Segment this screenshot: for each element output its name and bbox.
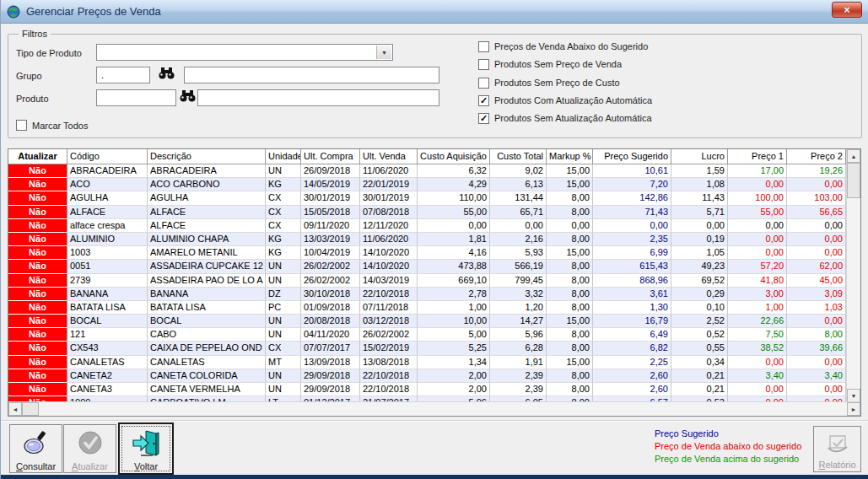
cell-ult_venda: 13/08/2018 [360, 356, 418, 369]
table-row[interactable]: Não0051ASSADEIRA CUPCAKE 12UN26/02/20021… [8, 260, 847, 273]
cell-preco1: 22,66 [728, 315, 787, 328]
cell-unidade: CX [266, 342, 301, 355]
relatorio-button[interactable]: Relatório [813, 426, 861, 472]
tipo-de-produto-combobox[interactable]: ▼ [96, 44, 393, 61]
table-row[interactable]: Não121CABOUN04/11/202026/02/20025,005,96… [8, 328, 847, 342]
vertical-scroll-thumb[interactable] [847, 163, 860, 198]
cell-preco_sugerido: 6,99 [593, 246, 671, 260]
cell-preco_sugerido: 2,25 [593, 356, 671, 369]
vertical-scrollbar[interactable]: ▲ ▼ [846, 149, 860, 402]
checkbox-produtos-com-atualizacao-automatica[interactable]: ✓ [478, 95, 489, 106]
exit-door-icon [120, 426, 172, 461]
checkbox-produtos-sem-atualizacao-automatica[interactable]: ✓ [478, 113, 489, 124]
cell-descricao: CANALETAS [148, 356, 266, 369]
consultar-label: Consultar [16, 461, 56, 471]
cell-preco1: 0,00 [728, 246, 787, 260]
table-row[interactable]: NãoBOCALBOCALUN20/08/201803/12/201810,00… [8, 315, 847, 328]
cell-custo_aquisicao: 4,29 [418, 178, 490, 191]
marcar-todos-label: Marcar Todos [32, 121, 88, 131]
cell-markup: 8,00 [547, 260, 593, 273]
checkbox-produtos-sem-preco-venda[interactable] [478, 59, 489, 70]
scroll-up-button[interactable]: ▲ [847, 149, 860, 163]
cell-custo_aquisicao: 10,00 [418, 315, 490, 328]
column-header-lucro: Lucro [671, 149, 728, 164]
scroll-down-button[interactable]: ▼ [847, 389, 860, 402]
cell-atualizar: Não [8, 383, 67, 396]
grupo-code-input[interactable] [96, 67, 150, 83]
cell-preco_sugerido: 142,86 [593, 191, 671, 205]
produto-name-input[interactable] [197, 89, 439, 106]
table-row[interactable]: NãoALUMINIOALUMINIO CHAPAKG13/03/201911/… [8, 233, 847, 246]
close-button[interactable]: × [832, 2, 862, 18]
column-header-custo_total: Custo Total [490, 149, 547, 164]
scroll-right-button[interactable]: ► [847, 402, 860, 416]
checkbox-label-precos-venda-abaixo-sugerido: Preços de Venda Abaixo do Sugerido [494, 41, 648, 51]
table-row[interactable]: NãoAGULHAAGULHACX30/01/201930/01/2019110… [8, 191, 847, 205]
grupo-name-input[interactable] [184, 67, 439, 83]
cell-lucro: 2,52 [671, 315, 728, 328]
atualizar-button[interactable]: Atualizar [63, 424, 116, 473]
cell-preco1: 0,00 [728, 356, 787, 369]
window-title: Gerenciar Preços de Venda [26, 5, 161, 18]
cell-preco1: 100,00 [728, 191, 787, 205]
voltar-button[interactable]: Voltar [118, 422, 174, 475]
cell-custo_aquisicao: 55,00 [418, 206, 490, 219]
checkbox-label-produtos-sem-preco-venda: Produtos Sem Preço de Venda [494, 59, 622, 69]
grid-body: NãoABRACADEIRAABRACADEIRAUN26/09/201811/… [8, 164, 847, 402]
cell-preco1: 1,00 [728, 301, 787, 315]
tipo-de-produto-label: Tipo de Produto [16, 48, 82, 58]
checkbox-precos-venda-abaixo-sugerido[interactable] [478, 41, 489, 52]
cell-unidade: MT [266, 356, 301, 369]
produto-code-input[interactable] [96, 89, 176, 106]
table-row[interactable]: NãoABRACADEIRAABRACADEIRAUN26/09/201811/… [8, 164, 847, 178]
table-row[interactable]: NãoALFACEALFACECX15/05/201807/08/201855,… [8, 206, 847, 219]
scroll-left-button[interactable]: ◄ [8, 402, 22, 416]
cell-custo_total: 799,45 [490, 274, 547, 288]
cell-atualizar: Não [8, 342, 67, 355]
table-row[interactable]: NãoACOACO CARBONOKG14/05/201922/01/20194… [8, 178, 847, 191]
table-row[interactable]: NãoBANANABANANADZ30/10/201822/10/20182,7… [8, 288, 847, 301]
cell-custo_aquisicao: 0,00 [418, 219, 490, 233]
cell-preco2: 103,00 [787, 191, 846, 205]
consultar-button[interactable]: Consultar [9, 424, 62, 473]
chevron-down-icon[interactable]: ▼ [376, 46, 391, 59]
marcar-todos-checkbox[interactable] [16, 120, 27, 131]
horizontal-scrollbar[interactable]: ◄ ► [8, 401, 860, 416]
table-row[interactable]: Nãoalface crespaALFACECX09/11/202012/11/… [8, 219, 847, 233]
table-row[interactable]: NãoCANETA2CANETA COLORIDAUN29/09/201822/… [8, 369, 847, 383]
cell-ult_compra: 13/03/2019 [301, 233, 360, 246]
cell-preco_sugerido: 3,61 [593, 288, 671, 301]
cell-custo_total: 2,39 [490, 383, 547, 396]
horizontal-scroll-thumb[interactable] [22, 402, 39, 416]
cell-preco1: 41,80 [728, 274, 787, 288]
table-row[interactable]: NãoCANETA3CANETA VERMELHAUN29/09/201822/… [8, 383, 847, 396]
checkbox-produtos-sem-preco-custo[interactable] [478, 78, 489, 89]
titlebar[interactable]: Gerenciar Preços de Venda × [1, 0, 868, 24]
table-row[interactable]: NãoBATATA LISABATATA LISAPC01/09/201807/… [8, 301, 847, 315]
checkbox-label-produtos-sem-atualizacao-automatica: Produtos Sem Atualização Automática [494, 113, 652, 123]
produto-search-binoculars-icon[interactable] [180, 90, 197, 103]
cell-markup: 8,00 [547, 233, 593, 246]
cell-preco_sugerido: 2,35 [593, 233, 671, 246]
grupo-search-binoculars-icon[interactable] [159, 67, 175, 80]
cell-ult_compra: 01/09/2018 [301, 301, 360, 315]
table-row[interactable]: Não1003AMARELO METANILKG10/04/201914/10/… [8, 246, 847, 260]
cell-ult_compra: 14/05/2019 [301, 178, 360, 191]
cell-custo_total: 566,19 [490, 260, 547, 273]
cell-markup: 8,00 [547, 191, 593, 205]
cell-preco_sugerido: 615,43 [593, 260, 671, 273]
column-header-descricao: Descrição [148, 149, 266, 164]
table-row[interactable]: NãoCANALETASCANALETASMT13/09/201813/08/2… [8, 356, 847, 369]
globe-icon [7, 5, 20, 19]
cell-unidade: UN [266, 369, 301, 383]
cell-custo_total: 14,27 [490, 315, 547, 328]
table-row[interactable]: NãoCX543CAIXA DE PEPELAO ONDCX07/07/2017… [8, 342, 847, 355]
cell-preco2: 39,66 [787, 342, 846, 355]
cell-custo_total: 6,28 [490, 342, 547, 355]
cell-codigo: alface crespa [67, 219, 148, 233]
cell-custo_aquisicao: 6,32 [418, 164, 490, 178]
cell-preco2: 3,40 [787, 369, 846, 383]
table-row[interactable]: Não2739ASSADEIRA PAO DE LO AUN26/02/2002… [8, 274, 847, 288]
cell-descricao: AGULHA [148, 191, 266, 205]
cell-preco2: 0,00 [787, 246, 846, 260]
